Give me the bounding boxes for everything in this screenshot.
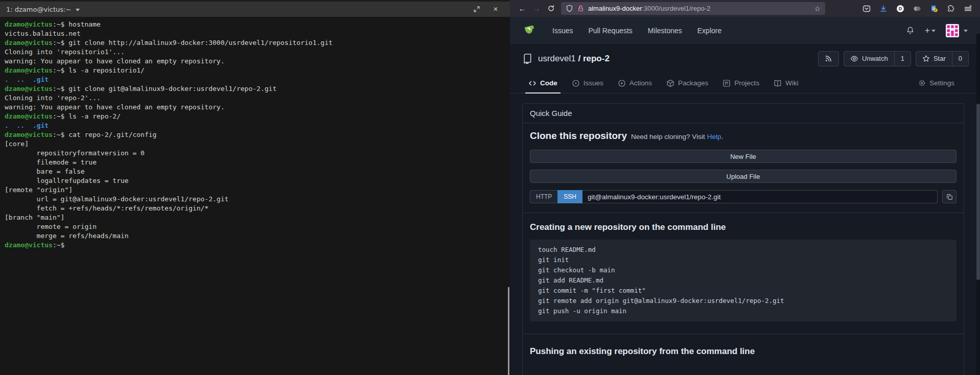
wiki-book-icon [774,79,782,87]
terminal-line: dzamo@victus:~$ ls -a repositorio1/ [5,66,510,75]
chevron-down-icon [964,30,968,34]
stars-count[interactable]: 0 [952,52,968,66]
http-protocol-button[interactable]: HTTP [530,190,557,203]
rss-icon [825,55,832,62]
unwatch-button[interactable]: Unwatch [844,52,894,66]
notifications-bell-icon[interactable] [906,26,915,35]
code-line: git init [538,255,948,265]
code-line: touch README.md [538,245,948,255]
pocket-icon[interactable] [862,5,871,13]
url-path: :3000/usrdevel1/repo-2 [642,5,711,12]
create-new-button[interactable]: + [925,26,936,36]
tab-settings[interactable]: Settings [912,73,961,93]
help-link[interactable]: Help [707,133,721,140]
browser-window: ← → almalinux9-docker:3000/usrdevel1/rep… [510,0,980,375]
user-menu[interactable] [946,24,968,37]
tab-actions-label: Actions [629,79,652,87]
terminal-line: dzamo@victus:~$ [5,241,510,250]
extensions-puzzle-icon[interactable] [947,5,955,13]
extension-save-doc-icon[interactable] [930,5,938,13]
url-text[interactable]: almalinux9-docker:3000/usrdevel1/repo-2 [588,5,710,12]
close-window-button[interactable]: ✕ [492,5,500,13]
star-label: Star [934,55,946,62]
project-board-icon [722,79,731,87]
terminal-line: merge = refs/heads/main [5,231,510,241]
tab-actions[interactable]: Actions [612,73,658,93]
svg-text:D: D [899,6,902,11]
gitea-teacup-icon [522,22,536,36]
nav-item-pull-requests[interactable]: Pull Requests [588,27,632,35]
terminal-line: [remote "origin"] [5,185,510,195]
ssh-protocol-button[interactable]: SSH [557,190,582,203]
terminal-tab-title[interactable]: 1: dzamo@victus:~ [6,6,71,13]
app-menu-icon[interactable] [964,5,972,13]
back-button[interactable]: ← [515,2,529,15]
restore-window-button[interactable] [473,5,481,13]
clone-url-input[interactable]: git@almalinux9-docker:usrdevel1/repo-2.g… [582,190,938,203]
watchers-count[interactable]: 1 [894,52,911,66]
gitea-logo[interactable] [522,22,536,38]
quick-guide-panel: Quick Guide Clone this repository Need h… [522,103,964,375]
push-existing-heading: Pushing an existing repository from the … [530,346,956,357]
star-button-group: Star 0 [916,51,969,66]
downloads-icon[interactable] [879,5,888,13]
reload-button[interactable] [544,2,558,15]
repo-owner-link[interactable]: usrdevel1 [538,54,576,63]
code-line: git commit -m "first commit" [538,286,948,296]
nav-item-milestones[interactable]: Milestones [648,27,682,35]
avatar [946,24,959,37]
repository-icon [522,53,533,64]
new-file-button[interactable]: New File [530,150,956,163]
clone-help-prefix: Need help cloning? Visit [631,133,705,140]
nav-item-explore[interactable]: Explore [697,27,721,35]
bookmark-star-icon[interactable]: ☆ [814,5,821,13]
gear-icon [918,79,926,87]
terminal-line: [core] [5,139,510,149]
tab-issues[interactable]: Issues [566,73,610,93]
repo-name-link[interactable]: repo-2 [583,54,610,63]
rss-feed-button[interactable] [818,51,839,66]
tab-code[interactable]: Code [522,73,564,93]
terminal-window: 1: dzamo@victus:~ ✕ dzamo@victus:~$ host… [0,0,510,375]
terminal-line: filemode = true [5,158,510,167]
extension-d-icon[interactable]: D [896,5,904,13]
terminal-scrollbar[interactable] [508,287,509,375]
terminal-line: warning: You appear to have cloned an em… [5,103,510,112]
nav-item-issues[interactable]: Issues [552,27,573,35]
page-scrollbar-thumb[interactable] [976,104,980,280]
tab-wiki[interactable]: Wiki [767,73,805,93]
terminal-line: . .. .git [5,75,510,84]
copy-url-button[interactable] [942,190,956,203]
tab-settings-label: Settings [929,79,954,87]
reload-icon [547,5,555,12]
terminal-line: logallrefupdates = true [5,176,510,185]
terminal-line: dzamo@victus:~$ hostname [5,20,510,29]
insecure-lock-icon[interactable] [577,5,585,12]
terminal-line: Cloning into 'repositorio1'... [5,48,510,57]
terminal-line: dzamo@victus:~$ git clone http://almalin… [5,38,510,48]
forward-button[interactable]: → [529,2,544,15]
terminal-line: fetch = +refs/heads/*:refs/remotes/origi… [5,204,510,213]
extension-circles-icon[interactable] [913,5,921,13]
shield-icon[interactable] [566,5,573,12]
tab-packages[interactable]: Packages [660,73,714,93]
tab-issues-label: Issues [584,79,603,87]
create-repo-code: touch README.mdgit initgit checkout -b m… [530,240,956,321]
repo-header: usrdevel1 / repo-2 [510,44,980,73]
terminal-output[interactable]: dzamo@victus:~$ hostnamevictus.balaitus.… [0,17,510,250]
watch-button-group: Unwatch 1 [844,51,911,66]
copy-icon [946,193,953,201]
clone-section: Clone this repository Need help cloning?… [523,123,964,213]
chevron-down-icon[interactable] [76,9,80,13]
clone-help-text: Need help cloning? VisitHelp. [631,133,723,140]
chevron-down-icon [931,30,936,34]
push-existing-section: Pushing an existing repository from the … [523,334,964,375]
play-circle-icon [618,79,626,87]
star-button[interactable]: Star [916,52,952,66]
page-scrollbar[interactable] [976,34,980,375]
upload-file-button[interactable]: Upload File [530,170,956,183]
terminal-line: victus.balaitus.net [5,29,510,38]
tab-projects[interactable]: Projects [716,73,765,93]
browser-toolbar: ← → almalinux9-docker:3000/usrdevel1/rep… [510,0,980,17]
url-bar[interactable]: almalinux9-docker:3000/usrdevel1/repo-2 … [561,2,825,15]
